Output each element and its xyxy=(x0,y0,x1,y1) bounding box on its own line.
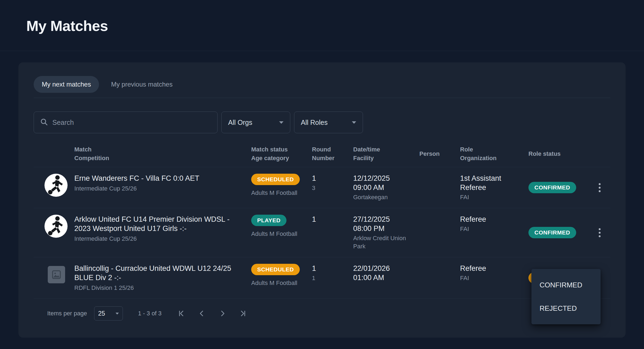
age-category: Adults M Football xyxy=(251,189,307,197)
match-status-badge: SCHEDULED xyxy=(251,264,300,275)
role-status-badge: CONFIRMED xyxy=(528,182,576,193)
pagination-range: 1 - 3 of 3 xyxy=(138,310,162,317)
round-value: 1 xyxy=(312,215,348,224)
chevron-down-icon xyxy=(279,121,283,124)
match-row: Ballincollig - Curracloe United WDWL U12… xyxy=(34,257,610,299)
tab-my-next-matches[interactable]: My next matches xyxy=(34,76,99,93)
orgs-filter-value: All Orgs xyxy=(228,119,252,126)
menu-item-rejected[interactable]: REJECTED xyxy=(531,297,601,320)
number-value: 1 xyxy=(312,274,348,282)
organization: FAI xyxy=(460,274,524,282)
roles-filter-select[interactable]: All Roles xyxy=(294,112,363,133)
tabs-divider xyxy=(34,98,610,98)
image-placeholder-icon xyxy=(48,266,65,283)
facility: Arklow Credit Union Park xyxy=(353,234,415,250)
role: Referee xyxy=(460,215,524,224)
search-icon xyxy=(40,118,48,127)
first-page-button[interactable] xyxy=(177,309,186,318)
match-date: 12/12/2025 xyxy=(353,174,415,183)
page-title: My Matches xyxy=(26,17,644,34)
match-title: Erne Wanderers FC - Villa FC 0:0 AET xyxy=(74,174,246,183)
search-input[interactable] xyxy=(52,119,211,126)
items-per-page-select[interactable]: 25 xyxy=(94,306,123,321)
role-status-context-menu: CONFIRMED REJECTED xyxy=(531,269,601,324)
previous-page-button[interactable] xyxy=(197,309,206,318)
soccer-player-icon xyxy=(44,174,68,197)
table-header: Match Competition Match status Age categ… xyxy=(34,145,610,167)
organization: FAI xyxy=(460,225,524,233)
match-row: Erne Wanderers FC - Villa FC 0:0 AET Int… xyxy=(34,167,610,208)
header-avatar-spacer xyxy=(34,145,74,163)
page-header: My Matches xyxy=(0,0,644,51)
next-page-button[interactable] xyxy=(218,309,227,318)
match-competition: Intermediate Cup 25/26 xyxy=(74,185,246,193)
tab-my-previous-matches[interactable]: My previous matches xyxy=(103,76,181,93)
age-category: Adults M Football xyxy=(251,279,307,287)
header-datetime-facility: Date/time Facility xyxy=(353,145,419,163)
soccer-player-icon xyxy=(44,215,68,238)
role: 1st Assistant Referee xyxy=(460,174,524,192)
header-role-organization: Role Organization xyxy=(460,145,528,163)
header-role-status: Role status xyxy=(528,145,594,163)
role-status-badge: CONFIRMED xyxy=(528,227,576,238)
items-per-page-value: 25 xyxy=(98,310,105,317)
age-category: Adults M Football xyxy=(251,230,307,238)
facility: Gortakeegan xyxy=(353,193,415,201)
last-page-button[interactable] xyxy=(239,309,247,318)
chevron-down-icon xyxy=(352,121,356,124)
header-person: Person xyxy=(419,145,460,163)
menu-item-confirmed[interactable]: CONFIRMED xyxy=(531,273,601,297)
search-box xyxy=(34,112,218,133)
match-row: Arklow United FC U14 Premier Division WD… xyxy=(34,208,610,257)
pagination-bar: Items per page 25 1 - 3 of 3 xyxy=(34,306,610,321)
round-value: 1 xyxy=(312,174,348,183)
header-round-number: Round Number xyxy=(312,145,353,163)
roles-filter-value: All Roles xyxy=(301,119,328,126)
number-value: 3 xyxy=(312,184,348,192)
row-actions-menu-button[interactable] xyxy=(595,181,604,194)
round-value: 1 xyxy=(312,264,348,273)
match-title: Arklow United FC U14 Premier Division WD… xyxy=(74,215,246,233)
role: Referee xyxy=(460,264,524,273)
organization: FAI xyxy=(460,193,524,201)
chevron-down-icon xyxy=(116,313,119,315)
tabs: My next matches My previous matches xyxy=(34,76,610,93)
header-actions-spacer xyxy=(594,145,610,163)
items-per-page-label: Items per page xyxy=(47,310,87,317)
match-time: 08:00 PM xyxy=(353,224,415,233)
match-title: Ballincollig - Curracloe United WDWL U12… xyxy=(74,264,246,282)
match-time: 09:00 AM xyxy=(353,183,415,192)
match-competition: RDFL Division 1 25/26 xyxy=(74,284,246,292)
match-date: 22/01/2026 xyxy=(353,264,415,273)
header-status-age: Match status Age category xyxy=(251,145,312,163)
match-competition: Intermediate Cup 25/26 xyxy=(74,235,246,243)
match-time: 01:00 AM xyxy=(353,273,415,282)
row-actions-menu-button[interactable] xyxy=(595,226,604,239)
match-date: 27/12/2025 xyxy=(353,215,415,224)
header-match-competition: Match Competition xyxy=(74,145,251,163)
match-status-badge: SCHEDULED xyxy=(251,174,300,185)
filters-bar: All Orgs All Roles xyxy=(34,112,610,133)
match-status-badge: PLAYED xyxy=(251,215,286,226)
orgs-filter-select[interactable]: All Orgs xyxy=(221,112,290,133)
